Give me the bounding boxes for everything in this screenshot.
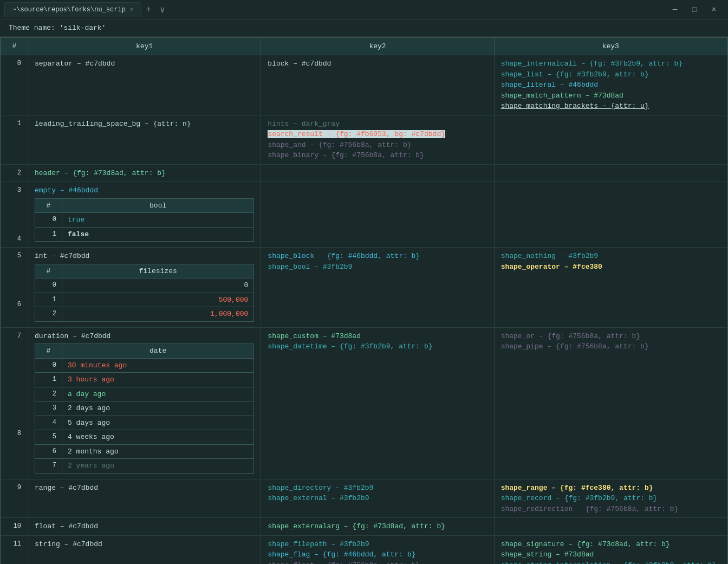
data-table: # key1 key2 key3 0 separator – #c7dbdd b… bbox=[1, 37, 727, 564]
restore-button[interactable]: □ bbox=[689, 5, 700, 14]
inner-cell: 0 bbox=[62, 278, 254, 293]
row-key2: hints – dark_gray search_result – {fg: #… bbox=[261, 115, 494, 164]
inner-row-index: 0 bbox=[35, 213, 62, 228]
table-row: 10 float – #c7dbdd shape_externalarg – {… bbox=[1, 518, 727, 536]
theme-text: Theme name: 'silk-dark' bbox=[9, 24, 106, 32]
row-key3: shape_range – {fg: #fce380, attr: b} sha… bbox=[494, 479, 727, 518]
row-key1: range – #c7dbdd bbox=[28, 479, 261, 518]
bool-inner-table: # bool 0 true 1 false bbox=[35, 198, 254, 242]
table-row: 0 separator – #c7dbdd block – #c7dbdd sh… bbox=[1, 55, 727, 115]
row-key3: shape_nothing – #3fb2b9 shape_operator –… bbox=[494, 248, 727, 328]
inner-row-index: 5 bbox=[35, 430, 62, 445]
inner-cell: 5 days ago bbox=[62, 416, 254, 430]
row-key2: block – #c7dbdd bbox=[261, 55, 494, 115]
inner-row-index: 2 bbox=[35, 387, 62, 401]
titlebar: ~\source\repos\forks\nu_scrip × + ∨ ─ □ … bbox=[0, 0, 728, 20]
date-inner-table: # date 0 30 minutes ago 1 3 hours bbox=[35, 343, 254, 474]
theme-line: Theme name: 'silk-dark' bbox=[0, 20, 728, 37]
inner-cell: 4 weeks ago bbox=[62, 430, 254, 445]
row-key3 bbox=[494, 164, 727, 182]
inner-cell: 30 minutes ago bbox=[62, 358, 254, 373]
table-row: 9 range – #c7dbdd shape_directory – #3fb… bbox=[1, 479, 727, 518]
inner-row-index: 4 bbox=[35, 416, 62, 430]
row-key1: string – #c7dbdd bbox=[28, 535, 261, 564]
row-key2: shape_block – {fg: #46bddd, attr: b} sha… bbox=[261, 248, 494, 328]
row-index: 56 bbox=[1, 248, 28, 328]
active-tab[interactable]: ~\source\repos\forks\nu_scrip × bbox=[4, 2, 141, 17]
row-index: 78 bbox=[1, 327, 28, 479]
col-key3-header: key3 bbox=[494, 38, 727, 55]
titlebar-tabs: ~\source\repos\forks\nu_scrip × + ∨ bbox=[4, 2, 670, 17]
row-key2 bbox=[261, 164, 494, 182]
row-key1: float – #c7dbdd bbox=[28, 518, 261, 536]
row-key3 bbox=[494, 115, 727, 164]
inner-col-hash: # bbox=[35, 264, 62, 278]
table-row: 11 string – #c7dbdd shape_filepath – #3f… bbox=[1, 535, 727, 564]
row-key1: leading_trailing_space_bg – {attr: n} bbox=[28, 115, 261, 164]
inner-cell: 2 days ago bbox=[62, 401, 254, 416]
new-tab-button[interactable]: + bbox=[141, 5, 155, 15]
inner-cell: 2 years ago bbox=[62, 459, 254, 474]
row-key2: shape_directory – #3fb2b9 shape_external… bbox=[261, 479, 494, 518]
row-index: 1 bbox=[1, 115, 28, 164]
inner-cell: 500,000 bbox=[62, 293, 254, 307]
inner-row-index: 7 bbox=[35, 459, 62, 474]
inner-cell: true bbox=[62, 213, 254, 228]
table-row: 56 int – #c7dbdd # filesizes 0 bbox=[1, 248, 727, 328]
inner-cell: 1,000,000 bbox=[62, 307, 254, 322]
inner-row-index: 1 bbox=[35, 293, 62, 307]
row-index: 2 bbox=[1, 164, 28, 182]
inner-row-index: 3 bbox=[35, 401, 62, 416]
main-table-area: # key1 key2 key3 0 separator – #c7dbdd b… bbox=[0, 37, 728, 564]
row-index: 0 bbox=[1, 55, 28, 115]
row-key2: shape_filepath – #3fb2b9 shape_flag – {f… bbox=[261, 535, 494, 564]
row-key3: shape_internalcall – {fg: #3fb2b9, attr:… bbox=[494, 55, 727, 115]
inner-row-index: 0 bbox=[35, 278, 62, 293]
row-key1: separator – #c7dbdd bbox=[28, 55, 261, 115]
inner-row-index: 1 bbox=[35, 373, 62, 387]
row-index: 34 bbox=[1, 182, 28, 248]
filesizes-inner-table: # filesizes 0 0 1 500,000 bbox=[35, 264, 254, 322]
col-key2-header: key2 bbox=[261, 38, 494, 55]
row-key3: shape_or – {fg: #756b8a, attr: b} shape_… bbox=[494, 327, 727, 479]
row-index: 9 bbox=[1, 479, 28, 518]
row-key3 bbox=[494, 182, 727, 248]
col-hash-header: # bbox=[1, 38, 28, 55]
tab-close-icon[interactable]: × bbox=[130, 7, 134, 13]
row-key2 bbox=[261, 182, 494, 248]
inner-cell: 3 hours ago bbox=[62, 373, 254, 387]
table-row: 1 leading_trailing_space_bg – {attr: n} … bbox=[1, 115, 727, 164]
inner-cell: false bbox=[62, 227, 254, 242]
inner-col-hash: # bbox=[35, 198, 62, 213]
minimize-button[interactable]: ─ bbox=[670, 5, 680, 14]
inner-row-index: 6 bbox=[35, 444, 62, 459]
inner-row-index: 2 bbox=[35, 307, 62, 322]
row-index: 11 bbox=[1, 535, 28, 564]
inner-cell: a day ago bbox=[62, 387, 254, 401]
close-window-button[interactable]: × bbox=[708, 5, 719, 14]
row-key3 bbox=[494, 518, 727, 536]
row-index: 10 bbox=[1, 518, 28, 536]
inner-row-index: 0 bbox=[35, 358, 62, 373]
row-key3: shape_signature – {fg: #73d8ad, attr: b}… bbox=[494, 535, 727, 564]
window-controls: ─ □ × bbox=[670, 5, 724, 14]
row-key2: shape_externalarg – {fg: #73d8ad, attr: … bbox=[261, 518, 494, 536]
tab-dropdown-button[interactable]: ∨ bbox=[155, 4, 170, 15]
table-header-row: # key1 key2 key3 bbox=[1, 38, 727, 55]
col-key1-header: key1 bbox=[28, 38, 261, 55]
inner-col-bool: bool bbox=[62, 198, 254, 213]
table-row: 34 empty – #46bddd # bool 0 bbox=[1, 182, 727, 248]
inner-col-date: date bbox=[62, 344, 254, 359]
tab-label: ~\source\repos\forks\nu_scrip bbox=[12, 6, 126, 14]
row-key1: int – #c7dbdd # filesizes 0 0 bbox=[28, 248, 261, 328]
row-key1: empty – #46bddd # bool 0 true bbox=[28, 182, 261, 248]
row-key1: duration – #c7dbdd # date 0 30 minutes a… bbox=[28, 327, 261, 479]
inner-row-index: 1 bbox=[35, 227, 62, 242]
inner-col-filesizes: filesizes bbox=[62, 264, 254, 278]
table-row: 78 duration – #c7dbdd # date 0 bbox=[1, 327, 727, 479]
row-key1: header – {fg: #73d8ad, attr: b} bbox=[28, 164, 261, 182]
inner-cell: 2 months ago bbox=[62, 444, 254, 459]
row-key2: shape_custom – #73d8ad shape_datetime – … bbox=[261, 327, 494, 479]
inner-col-hash: # bbox=[35, 344, 62, 359]
table-row: 2 header – {fg: #73d8ad, attr: b} bbox=[1, 164, 727, 182]
